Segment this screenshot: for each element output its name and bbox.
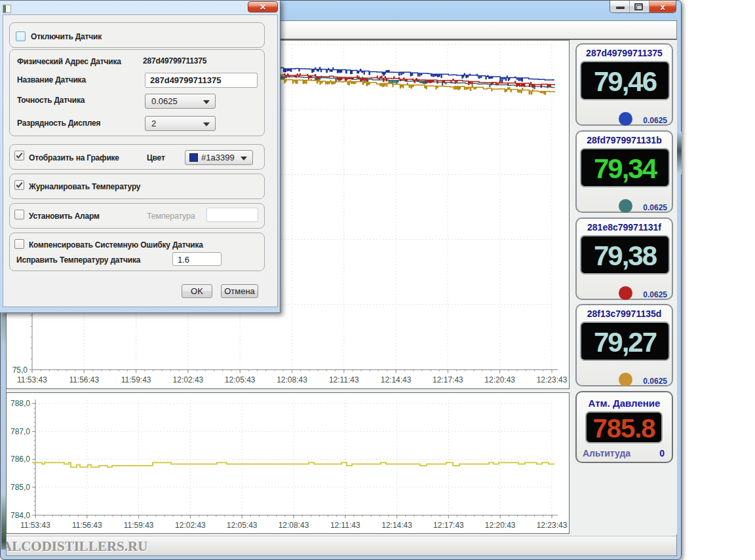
svg-text:11:56:43: 11:56:43 bbox=[72, 521, 102, 530]
svg-text:12:02:43: 12:02:43 bbox=[175, 521, 206, 530]
svg-text:12:05:43: 12:05:43 bbox=[225, 375, 256, 384]
svg-text:11:59:43: 11:59:43 bbox=[121, 375, 151, 384]
svg-text:12:23:43: 12:23:43 bbox=[537, 521, 568, 530]
svg-text:12:20:43: 12:20:43 bbox=[485, 521, 516, 530]
svg-text:11:56:43: 11:56:43 bbox=[69, 375, 99, 384]
svg-text:12:08:43: 12:08:43 bbox=[279, 521, 309, 530]
svg-text:12:11:43: 12:11:43 bbox=[330, 521, 360, 530]
svg-text:12:17:43: 12:17:43 bbox=[433, 521, 464, 530]
svg-text:11:53:43: 11:53:43 bbox=[17, 375, 47, 384]
svg-text:788,0: 788,0 bbox=[10, 399, 30, 408]
svg-text:12:14:43: 12:14:43 bbox=[381, 375, 412, 384]
svg-text:12:11:43: 12:11:43 bbox=[329, 375, 359, 384]
svg-text:12:23:43: 12:23:43 bbox=[537, 375, 568, 384]
svg-text:12:20:43: 12:20:43 bbox=[484, 375, 515, 384]
svg-text:787,0: 787,0 bbox=[10, 427, 30, 436]
svg-text:11:53:43: 11:53:43 bbox=[20, 521, 50, 530]
svg-text:12:17:43: 12:17:43 bbox=[433, 375, 463, 384]
svg-text:12:08:43: 12:08:43 bbox=[277, 375, 307, 384]
svg-text:12:14:43: 12:14:43 bbox=[381, 521, 412, 530]
svg-text:75,0: 75,0 bbox=[12, 365, 28, 375]
svg-text:785,0: 785,0 bbox=[10, 483, 30, 492]
svg-text:11:59:43: 11:59:43 bbox=[124, 521, 154, 530]
svg-text:786,0: 786,0 bbox=[10, 455, 30, 464]
svg-text:12:02:43: 12:02:43 bbox=[173, 375, 204, 384]
svg-text:12:05:43: 12:05:43 bbox=[227, 521, 258, 530]
svg-text:784,0: 784,0 bbox=[10, 511, 30, 520]
